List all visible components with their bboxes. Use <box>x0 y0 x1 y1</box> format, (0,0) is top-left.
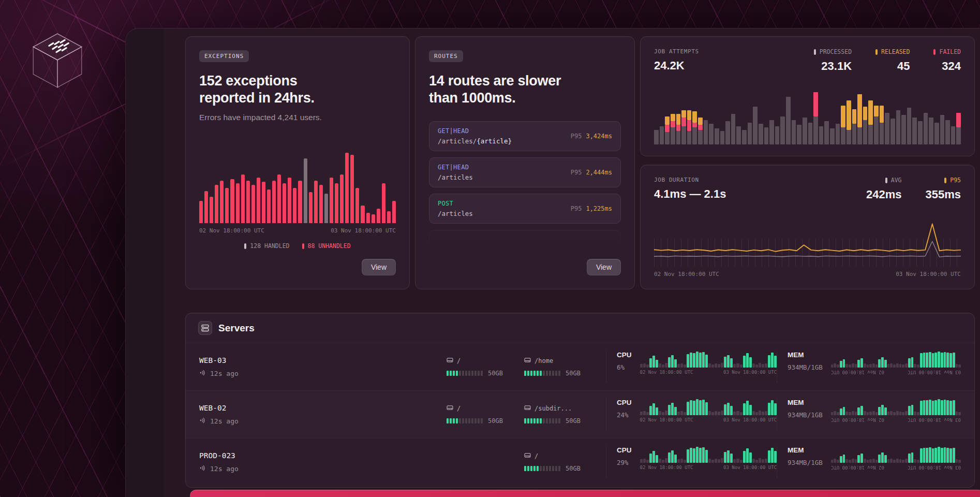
spark-bar <box>656 407 658 415</box>
attempts-bar <box>868 83 873 144</box>
bar-segment <box>671 114 675 121</box>
alert-bar[interactable] <box>190 490 980 497</box>
disk-icon <box>447 357 453 365</box>
spark-bar <box>905 411 908 415</box>
spark-bar <box>687 449 689 463</box>
spark-bar <box>929 447 931 462</box>
disk-segment <box>537 371 539 376</box>
spark-bar <box>715 363 717 368</box>
route-item[interactable]: GET|HEAD/articles/{article}P953,424ms <box>429 121 621 151</box>
spark-axis-right: 03 Nov 18:00:00 UTC <box>908 465 961 470</box>
spark-bar <box>917 412 919 415</box>
bar-segment <box>824 121 829 144</box>
disk-segment <box>450 371 452 376</box>
spark-bar <box>867 364 869 368</box>
dashboard-panel: EXCEPTIONS 152 exceptions reported in 24… <box>125 28 980 497</box>
spark-bar <box>958 412 961 415</box>
server-row[interactable]: WEB-0312s ago/50GB/home50GBCPU6%02 Nov 1… <box>186 343 974 390</box>
mem-spark <box>831 351 961 368</box>
exception-bar <box>387 211 391 223</box>
spark-bar <box>662 364 664 368</box>
spark-bar <box>956 364 958 367</box>
disk-segment <box>552 371 554 376</box>
exception-bar <box>298 181 302 223</box>
bar-segment <box>665 132 670 144</box>
disk-segment <box>459 418 461 423</box>
spark-bar <box>743 451 746 462</box>
spark-bar <box>705 402 708 415</box>
exception-bar <box>324 194 328 223</box>
attempts-bar <box>951 83 956 144</box>
cpu-label: CPU <box>617 399 632 406</box>
spark-bar <box>896 411 899 415</box>
spark-bar <box>869 412 872 415</box>
legend-marker <box>944 178 946 183</box>
spark-axis-right: 03 Nov 18:00:00 UTC <box>908 370 961 375</box>
attempts-bar <box>940 83 945 144</box>
spark-bar <box>711 364 714 368</box>
legend-marker <box>302 243 304 249</box>
attempts-bar <box>841 83 845 144</box>
spark-bar <box>762 364 764 367</box>
legend-label-row: AVG <box>885 177 902 184</box>
spark-bar <box>727 450 730 462</box>
disk-segment <box>481 371 483 376</box>
spark-bar <box>878 359 881 368</box>
route-item[interactable]: POST/articlesP951,225ms <box>429 194 621 224</box>
spark-block: 02 Nov 18:00:00 UTC03 Nov 18:00:00 UTC <box>831 399 961 423</box>
disk-slot: /home50GB <box>524 357 606 377</box>
bar-segment <box>803 118 807 144</box>
exceptions-view-button[interactable]: View <box>362 259 396 275</box>
route-item-faded <box>429 230 621 250</box>
spark-bar <box>875 412 878 415</box>
spark-bar <box>911 452 914 462</box>
spark-bar <box>944 447 946 462</box>
spark-bar <box>765 411 767 415</box>
bar-segment <box>863 107 868 120</box>
exception-bar <box>319 185 323 223</box>
spark-bar <box>749 357 752 367</box>
spark-bar <box>920 353 923 367</box>
spark-axis-right: 03 Nov 18:00:00 UTC <box>723 465 777 470</box>
disk-segment <box>462 418 464 423</box>
routes-view-button[interactable]: View <box>587 259 621 275</box>
exception-bar <box>377 209 380 223</box>
server-row[interactable]: PROD-02312s ago/50GBCPU29%02 Nov 18:00:0… <box>186 438 974 486</box>
spark-bar <box>926 353 928 367</box>
exception-bar <box>350 155 354 223</box>
signal-icon <box>199 369 206 378</box>
bar-segment <box>924 113 928 144</box>
bar-segment <box>880 106 884 123</box>
mem-cell: MEM934MB/1GB02 Nov 18:00:00 UTC03 Nov 18… <box>777 446 961 478</box>
bar-segment <box>912 118 917 144</box>
servers-header: Servers <box>186 313 974 343</box>
spark-bar <box>736 459 739 463</box>
server-name-cell: WEB-0212s ago <box>199 404 447 426</box>
spark-bar <box>705 450 708 463</box>
bar-segment <box>857 127 862 144</box>
spark-bar <box>867 460 869 463</box>
spark-bar <box>890 363 893 368</box>
attempts-bar <box>956 83 961 144</box>
disk-segment <box>552 418 554 423</box>
spark-bar <box>749 405 752 415</box>
disk: /50GB <box>447 404 524 425</box>
route-item[interactable]: GET|HEAD/articlesP952,444ms <box>429 157 621 187</box>
bar-segment <box>676 131 681 144</box>
spark-bar <box>845 459 848 462</box>
spark-bar <box>730 358 733 368</box>
disk-path: / <box>457 357 461 364</box>
spark-bar <box>662 412 664 415</box>
cpu-spark <box>640 351 777 368</box>
exception-bar <box>246 181 250 223</box>
attempts-bar <box>731 83 736 144</box>
spark-bar <box>643 363 646 368</box>
bar-segment <box>792 120 796 144</box>
server-row[interactable]: WEB-0212s ago/50GB/subdir...50GBCPU24%02… <box>186 390 974 438</box>
legend-label: 128 HANDLED <box>250 242 289 250</box>
disk-segment <box>540 466 542 471</box>
spark-bar <box>659 459 661 462</box>
spark-bar <box>843 359 845 368</box>
disk-path: /subdir... <box>534 405 572 412</box>
spark-bar <box>890 459 893 463</box>
